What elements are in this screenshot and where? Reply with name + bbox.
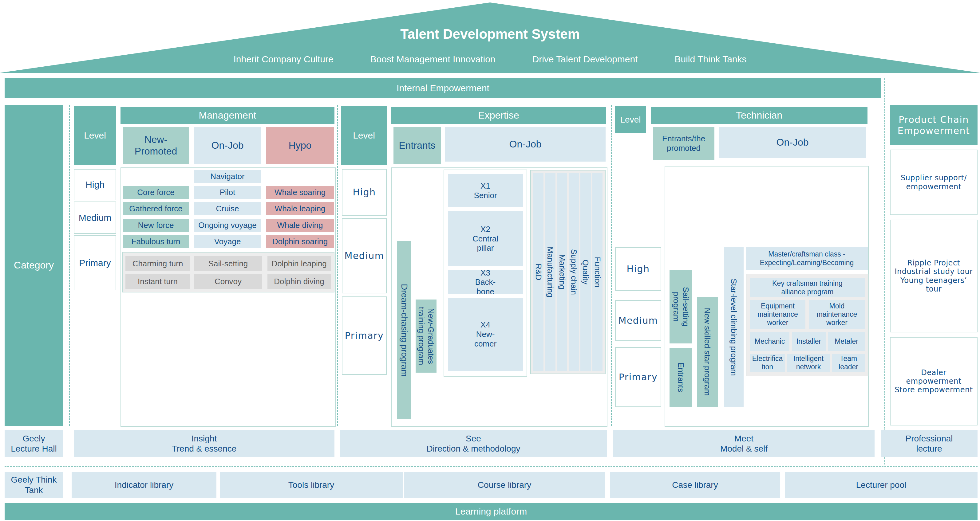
expertise-functions-panel: R&D Manufacturing Marketing Supply chain… xyxy=(530,170,606,374)
technician-entrants-vertical: Entrants xyxy=(670,348,692,407)
management-level-high: High xyxy=(74,169,116,200)
geely-think-tank: Geely Think Tank xyxy=(5,472,63,498)
learning-platform-banner: Learning platform xyxy=(5,503,978,520)
roof-shape: Talent Development System Inherit Compan… xyxy=(0,2,980,73)
category-block: Category xyxy=(5,105,63,426)
function-supply-chain: Supply chain xyxy=(569,173,579,371)
diagram-title: Talent Development System xyxy=(0,26,980,42)
technician-cell-installer: Installer xyxy=(792,332,826,351)
management-gray-cell: Convoy xyxy=(194,274,262,289)
management-level-primary: Primary xyxy=(74,235,116,290)
management-title: Management xyxy=(121,107,334,124)
management-cell: Core force xyxy=(123,186,189,199)
talent-development-diagram: Talent Development System Inherit Compan… xyxy=(0,0,980,521)
divider-product-chain xyxy=(885,78,885,464)
management-cell-navigator: Navigator xyxy=(194,170,261,183)
technician-level-medium: Medium xyxy=(615,300,661,341)
expertise-new-graduates-program: New-Graduates training program xyxy=(415,300,436,373)
expertise-x2-central-pillar: X2 Central pillar xyxy=(448,211,523,266)
technician-cell-intelligent-network: Intelligent network xyxy=(787,354,830,372)
management-cell: Whale leaping xyxy=(266,202,334,215)
management-cell: Fabulous turn xyxy=(123,235,189,248)
management-cell: Whale diving xyxy=(266,219,334,232)
technician-cell-mold: Mold maintenance worker xyxy=(809,300,865,329)
management-cell: Cruise xyxy=(194,202,261,215)
roof-pillar-talent: Drive Talent Development xyxy=(533,54,638,65)
tools-library: Tools library xyxy=(220,472,403,498)
lecture-meet: Meet Model & self xyxy=(613,430,875,457)
roof-pillar-innovation: Boost Management Innovation xyxy=(371,54,496,65)
management-gray-cell: Charming turn xyxy=(126,256,190,271)
expertise-col-entrants: Entrants xyxy=(393,127,441,164)
expertise-x-panel: X1 Senior X2 Central pillar X3 Back- bon… xyxy=(444,170,527,376)
management-level-medium: Medium xyxy=(74,202,116,234)
technician-cell-metaler: Metaler xyxy=(828,332,865,351)
roof-pillar-think-tanks: Build Think Tanks xyxy=(675,54,747,65)
management-cell: Dolphin soaring xyxy=(266,235,334,248)
expertise-x4-newcomer: X4 New- comer xyxy=(448,298,523,371)
geely-lecture-hall: Geely Lecture Hall xyxy=(5,430,63,457)
function-marketing: Marketing xyxy=(557,173,567,371)
technician-master-craftsman-class: Master/craftsman class - Expecting/Learn… xyxy=(746,247,868,270)
management-col-new-promoted: New- Promoted xyxy=(123,127,189,164)
roof-pillar-culture: Inherit Company Culture xyxy=(233,54,333,65)
technician-cell-electrification: Electrification xyxy=(750,354,785,372)
expertise-title: Expertise xyxy=(391,107,606,124)
expertise-level-high: High xyxy=(342,169,387,216)
internal-empowerment-banner: Internal Empowerment xyxy=(5,78,881,98)
product-chain-supplier: Supplier support/ empowerment xyxy=(890,149,978,215)
function-rd: R&D xyxy=(533,173,544,371)
expertise-x3-backbone: X3 Back- bone xyxy=(448,270,523,294)
management-cell: New force xyxy=(123,219,189,232)
divider-category-management xyxy=(69,105,70,426)
expertise-x1-senior: X1 Senior xyxy=(448,174,523,207)
function-manufacturing: Manufacturing xyxy=(545,173,555,371)
lecturer-pool: Lecturer pool xyxy=(785,472,978,498)
professional-lecture: Professional lecture xyxy=(881,430,978,457)
management-cell: Gathered force xyxy=(123,202,189,215)
management-gray-cell: Sail-setting xyxy=(194,256,262,271)
management-cell: Ongoing voyage xyxy=(194,219,261,232)
expertise-level-primary: Primary xyxy=(342,297,387,375)
management-col-on-job: On-Job xyxy=(194,127,261,164)
management-col-hypo: Hypo xyxy=(266,127,334,164)
technician-new-skilled-star-program: New skilled star program xyxy=(697,297,718,407)
divider-expertise-technician xyxy=(611,105,612,426)
technician-level-high: High xyxy=(615,247,661,291)
product-chain-dealer: Dealer empowerment Store empowerment xyxy=(890,337,978,426)
management-level-header: Level xyxy=(74,106,116,165)
expertise-level-medium: Medium xyxy=(342,218,387,293)
technician-sail-setting-program: Sail-setting program xyxy=(670,270,692,343)
technician-level-primary: Primary xyxy=(615,347,661,407)
technician-star-level-climbing-program: Star-level climbing program xyxy=(724,247,744,407)
technician-title: Technician xyxy=(651,107,867,124)
divider-management-expertise xyxy=(337,105,338,426)
course-library: Course library xyxy=(404,472,605,498)
function-quality: Quality xyxy=(581,173,590,371)
technician-col-on-job: On-Job xyxy=(719,127,866,158)
technician-level-header: Level xyxy=(615,106,646,133)
management-cell: Voyage xyxy=(194,235,261,248)
indicator-library: Indicator library xyxy=(72,472,216,498)
product-chain-header: Product Chain Empowerment xyxy=(890,105,978,145)
management-gray-cell: Dolphin leaping xyxy=(267,256,331,271)
lecture-see: See Direction & methodology xyxy=(340,430,607,457)
technician-cell-team-leader: Team leader xyxy=(832,354,865,372)
management-cell: Whale soaring xyxy=(266,186,334,199)
lecture-insight: Insight Trend & essence xyxy=(74,430,334,457)
function-function: Function xyxy=(592,173,603,371)
divider-think-tank-row xyxy=(5,466,978,467)
technician-cell-mechanic: Mechanic xyxy=(750,332,789,351)
expertise-col-on-job: On-Job xyxy=(445,127,606,162)
technician-gray-panel: Key craftsman training alliance program … xyxy=(746,274,869,376)
technician-cell-equipment: Equipment maintenance worker xyxy=(750,300,805,329)
management-gray-panel: Charming turn Sail-setting Dolphin leapi… xyxy=(123,252,334,292)
management-cell: Pilot xyxy=(194,186,261,199)
expertise-dream-chasing-program: Dream-chasing program xyxy=(397,241,411,419)
management-gray-cell: Dolphin diving xyxy=(267,274,331,289)
technician-col-entrants: Entrants/the promoted xyxy=(653,127,714,160)
product-chain-ripple: Ripple Project Industrial study tour You… xyxy=(890,220,978,332)
expertise-level-header: Level xyxy=(341,106,387,165)
case-library: Case library xyxy=(610,472,780,498)
technician-key-craftsman-program: Key craftsman training alliance program xyxy=(750,278,865,297)
